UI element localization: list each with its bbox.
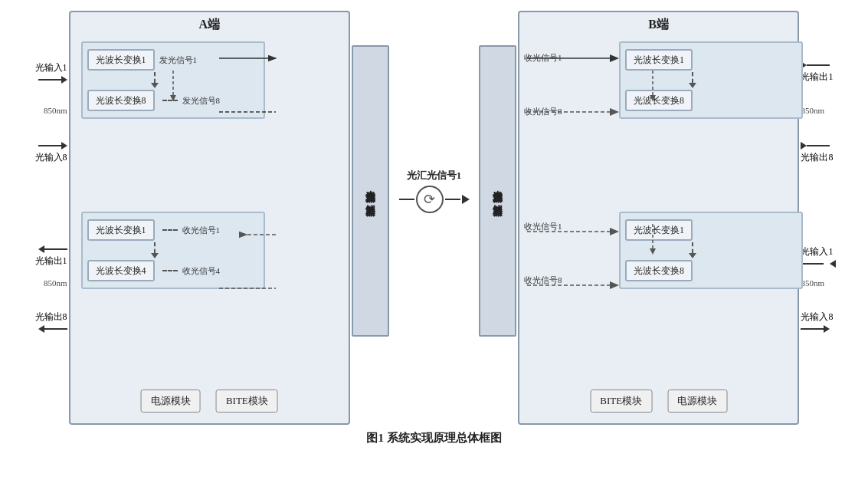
b-nm850-bot-label: 850nm [801,278,824,288]
b-rsignal1-top: 收光信号1 [524,52,562,64]
b-output8-label: 光输出8 [801,151,833,164]
diagram-container: 光输入1 850nm 光输入8 光输出1 850n [15,11,853,425]
side-b-panel: B端 光波长变换1 光波长变换8 收光信号1 收光信号8 光波长变换1 [518,11,800,425]
b-top-wl1: 光波长变换1 [625,49,693,71]
b-rsignal8-bot: 收光信号8 [524,275,562,286]
a-top-wl8: 光波长变换8 [87,90,155,111]
b-input8-label: 光输入8 [801,311,833,324]
b-bot-wl8: 光波长变换8 [625,260,693,281]
b-input1-label: 光输入1 [801,245,833,258]
svg-marker-11 [610,108,619,116]
b-nm850-top-label: 850nm [801,106,824,115]
b-bot-wl1: 光波长变换1 [625,219,693,241]
side-a-title: A端 [199,17,221,33]
a-input1-label: 光输入1 [35,61,67,74]
a-rsignal4-label: 收光信号4 [182,265,221,277]
svg-marker-15 [610,281,619,289]
a-output8-label: 光输出8 [35,311,67,324]
a-bot-wl1: 光波长变换1 [87,219,155,241]
a-bot-wl4: 光波长变换4 [87,260,155,281]
a-mux-panel: 光波分复用器／解复用器 [352,45,389,337]
a-bite-btn: BITE模块 [216,390,278,413]
svg-marker-13 [610,228,619,235]
a-mux-label: 光波分复用器／解复用器 [364,182,378,200]
a-top-wl1: 光波长变换1 [87,49,155,71]
svg-marker-7 [610,54,619,62]
center-connector: 光汇光信号1 ⟳ [391,169,477,213]
a-bottom-buttons: 电源模块 BITE模块 [141,390,278,413]
a-input8-label: 光输入8 [35,151,67,164]
figure-caption: 图1 系统实现原理总体框图 [366,431,501,445]
b-bottom-buttons: BITE模块 电源模块 [590,390,727,413]
b-output1-label: 光输出1 [801,71,833,84]
b-rsignal8-top: 收光信号8 [524,106,562,117]
a-rsignal1-label: 收光信号1 [182,225,221,236]
a-nm850-bot-label: 850nm [44,278,67,288]
b-mux-label: 光波分复用器／解复用器 [490,182,504,200]
b-bite-btn: BITE模块 [590,390,652,413]
b-top-wl8: 光波长变换8 [625,90,693,111]
side-b-title: B端 [648,17,669,33]
a-nm850-top-label: 850nm [44,106,67,115]
a-signal1-label: 发光信号1 [159,54,198,66]
b-mux-panel: 光波分复用器／解复用器 [479,45,516,337]
side-a-panel: A端 光波长变换1 发光信号1 光波长变换8 发光信号8 [69,11,351,425]
b-rsignal1-bot: 收光信号1 [524,221,562,232]
b-power-btn: 电源模块 [667,390,727,413]
connector-circle: ⟳ [416,186,444,213]
a-power-btn: 电源模块 [141,390,201,413]
connector-label: 光汇光信号1 [407,169,462,182]
a-signal8-label: 发光信号8 [182,95,221,107]
a-output1-label: 光输出1 [35,255,67,268]
